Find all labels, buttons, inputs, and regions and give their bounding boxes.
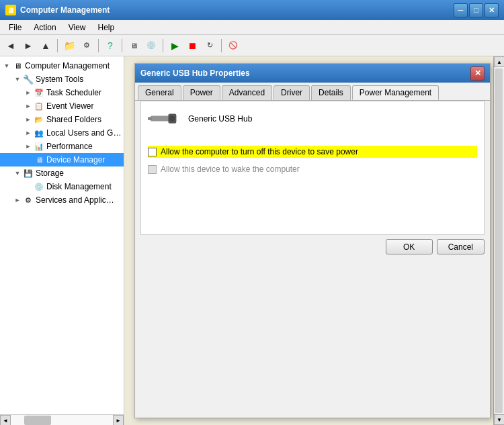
tab-power[interactable]: Power: [183, 85, 220, 100]
menu-file[interactable]: File: [3, 21, 28, 34]
usb-device-icon: [148, 108, 180, 130]
dialog-title-bar: Generic USB Hub Properties ✕: [135, 64, 490, 83]
tabs-container: General Power Advanced Driver Details Po…: [135, 83, 490, 101]
run-button[interactable]: ▶: [167, 38, 183, 54]
back-button[interactable]: ◄: [3, 38, 19, 54]
icon-services: ⚙: [23, 195, 34, 205]
tree-item-system-tools[interactable]: ▼ 🔧 System Tools: [0, 73, 124, 86]
checkbox-wake-computer[interactable]: [148, 165, 157, 174]
label-computer-management: Computer Management: [25, 61, 110, 70]
svg-rect-2: [148, 117, 152, 120]
tree-item-device-manager[interactable]: 🖥 Device Manager: [0, 153, 124, 167]
checkbox-save-power[interactable]: [148, 148, 157, 156]
expander-task-scheduler: ►: [23, 89, 34, 96]
tree-item-task-scheduler[interactable]: ► 📅 Task Scheduler: [0, 86, 124, 99]
dialog-close-button[interactable]: ✕: [470, 66, 485, 81]
disk-button[interactable]: 💿: [143, 38, 159, 54]
tree-item-performance[interactable]: ► 📊 Performance: [0, 140, 124, 153]
label-storage: Storage: [36, 169, 64, 178]
expander-shared-folders: ►: [23, 116, 34, 123]
tree-item-local-users[interactable]: ► 👥 Local Users and Gr…: [0, 126, 124, 140]
icon-system-tools: 🔧: [23, 74, 34, 85]
main-area: ▼ 🖥 Computer Management ▼ 🔧 System Tools…: [0, 56, 504, 425]
title-bar-controls: ─ □ ✕: [454, 3, 499, 17]
expander-services: ►: [12, 197, 23, 203]
cancel-button[interactable]: Cancel: [437, 239, 485, 254]
stop-button[interactable]: ⏹: [184, 38, 200, 54]
menu-view[interactable]: View: [62, 21, 92, 34]
tree-item-services[interactable]: ► ⚙ Services and Applic…: [0, 193, 124, 207]
right-panel: ▲ ▼ Generic USB Hub Properties ✕ General…: [124, 56, 504, 425]
minimize-button[interactable]: ─: [454, 3, 468, 17]
tree-item-storage[interactable]: ▼ 💾 Storage: [0, 167, 124, 180]
show-hide-button[interactable]: 📁: [61, 38, 77, 54]
tab-advanced[interactable]: Advanced: [222, 85, 272, 100]
tab-driver[interactable]: Driver: [274, 85, 310, 100]
new-button[interactable]: 🚫: [225, 38, 241, 54]
close-button[interactable]: ✕: [485, 3, 499, 17]
label-disk-management: Disk Management: [46, 182, 112, 191]
menu-action[interactable]: Action: [28, 21, 62, 34]
option-label-save-power: Allow the computer to turn off this devi…: [161, 147, 358, 156]
right-scrollbar: ▲ ▼: [493, 56, 504, 425]
dialog-content: Generic USB Hub Allow the computer to tu…: [140, 101, 485, 235]
option-row-save-power: Allow the computer to turn off this devi…: [148, 146, 477, 158]
title-bar: 🖥 Computer Management ─ □ ✕: [0, 0, 504, 20]
toolbar-separator-2: [98, 39, 99, 52]
toolbar-separator-5: [221, 39, 222, 52]
ok-button[interactable]: OK: [386, 239, 433, 254]
icon-event-viewer: 📋: [34, 101, 44, 111]
menu-help[interactable]: Help: [92, 21, 121, 34]
label-event-viewer: Event Viewer: [46, 101, 93, 111]
dialog-buttons: OK Cancel: [135, 235, 490, 258]
icon-computer-management: 🖥: [12, 60, 23, 71]
horizontal-scroll-track[interactable]: [11, 415, 113, 425]
tree-item-computer-management[interactable]: ▼ 🖥 Computer Management: [0, 59, 124, 73]
restart-button[interactable]: ↻: [202, 38, 218, 54]
label-device-manager: Device Manager: [46, 155, 105, 164]
monitor-button[interactable]: 🖥: [126, 38, 142, 54]
scroll-right-button[interactable]: ►: [113, 415, 124, 425]
maximize-button[interactable]: □: [469, 3, 483, 17]
window-title: Computer Management: [20, 5, 454, 15]
help-button[interactable]: ?: [102, 38, 118, 54]
left-panel: ▼ 🖥 Computer Management ▼ 🔧 System Tools…: [0, 56, 124, 425]
expander-local-users: ►: [23, 130, 34, 136]
left-panel-scrollbar: ◄ ►: [0, 414, 124, 425]
tab-general[interactable]: General: [138, 85, 181, 100]
properties-button[interactable]: ⚙: [79, 38, 95, 54]
device-header: Generic USB Hub: [148, 108, 477, 135]
scroll-down-button[interactable]: ▼: [494, 414, 504, 425]
label-shared-folders: Shared Folders: [46, 115, 101, 124]
expander-computer-management: ▼: [1, 62, 12, 69]
tab-details[interactable]: Details: [311, 85, 351, 100]
tree-item-shared-folders[interactable]: ► 📂 Shared Folders: [0, 113, 124, 126]
device-name: Generic USB Hub: [188, 114, 252, 124]
tab-power-management[interactable]: Power Management: [352, 85, 439, 100]
tree-item-disk-management[interactable]: 💿 Disk Management: [0, 180, 124, 193]
tree-item-event-viewer[interactable]: ► 📋 Event Viewer: [0, 99, 124, 113]
svg-point-3: [169, 116, 175, 122]
dialog-title: Generic USB Hub Properties: [140, 68, 470, 78]
toolbar: ◄ ► ▲ 📁 ⚙ ? 🖥 💿 ▶ ⏹ ↻ 🚫: [0, 35, 504, 56]
expander-performance: ►: [23, 143, 34, 150]
option-label-wake-computer: Allow this device to wake the computer: [161, 164, 300, 174]
expander-storage: ▼: [12, 170, 23, 177]
up-button[interactable]: ▲: [38, 38, 54, 54]
icon-disk-management: 💿: [34, 181, 44, 192]
scroll-up-button[interactable]: ▲: [494, 56, 504, 67]
icon-device-manager: 🖥: [34, 154, 44, 165]
tree: ▼ 🖥 Computer Management ▼ 🔧 System Tools…: [0, 56, 124, 209]
toolbar-separator-4: [163, 39, 163, 52]
scroll-thumb[interactable]: [495, 68, 503, 413]
icon-task-scheduler: 📅: [34, 87, 44, 98]
scroll-left-button[interactable]: ◄: [0, 415, 11, 425]
label-local-users: Local Users and Gr…: [46, 128, 124, 138]
window-icon: 🖥: [5, 5, 16, 15]
option-row-wake-computer: Allow this device to wake the computer: [148, 163, 477, 175]
menu-bar: File Action View Help: [0, 20, 504, 35]
toolbar-separator-3: [122, 39, 122, 52]
forward-button[interactable]: ►: [20, 38, 36, 54]
icon-performance: 📊: [34, 141, 44, 152]
expander-system-tools: ▼: [12, 76, 23, 83]
